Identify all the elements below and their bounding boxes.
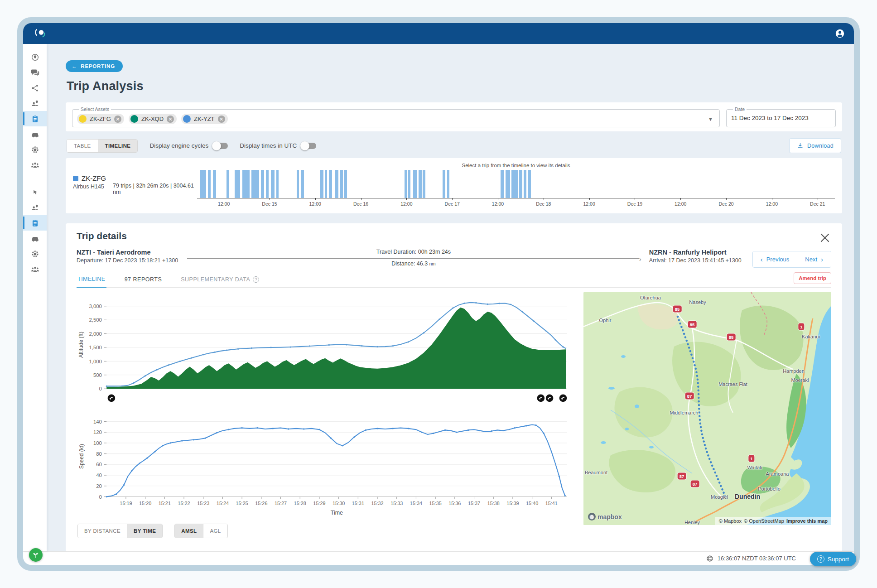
sidebar-item-team[interactable] bbox=[23, 261, 47, 277]
date-label: Date bbox=[733, 106, 747, 112]
timeline-trip-bar[interactable] bbox=[235, 170, 240, 198]
table-view-button[interactable]: TABLE bbox=[67, 140, 98, 152]
flight-event-marker[interactable] bbox=[537, 395, 545, 402]
timeline-trip-bar[interactable] bbox=[423, 170, 425, 198]
timeline-trip-bar[interactable] bbox=[208, 170, 211, 198]
timeline-trip-bar[interactable] bbox=[200, 170, 206, 198]
sidebar-item-reports[interactable] bbox=[23, 215, 47, 231]
timeline-trip-bar[interactable] bbox=[271, 170, 275, 198]
timeline-trip-bar[interactable] bbox=[405, 170, 407, 198]
agl-button[interactable]: AGL bbox=[203, 524, 227, 538]
asset-chip[interactable]: ZK-XQD✕ bbox=[129, 114, 177, 124]
timeline-trip-bar[interactable] bbox=[506, 170, 510, 198]
map-place-label: Henley bbox=[684, 520, 700, 525]
select-assets-label: Select Assets bbox=[79, 106, 111, 112]
flight-event-marker[interactable] bbox=[546, 395, 554, 402]
mapbox-attribution-link[interactable]: © Mapbox bbox=[719, 518, 742, 524]
svg-text:15:29: 15:29 bbox=[313, 501, 325, 506]
timeline-trip-bar[interactable] bbox=[226, 170, 229, 198]
main-content: ← REPORTING Trip Analysis Select Assets … bbox=[47, 44, 854, 551]
timeline-trip-bar[interactable] bbox=[213, 170, 216, 198]
timeline-trip-bar[interactable] bbox=[320, 170, 323, 198]
onboarding-widget-button[interactable] bbox=[29, 548, 43, 562]
sidebar-item-settings[interactable] bbox=[23, 246, 47, 261]
utc-switch[interactable] bbox=[301, 143, 316, 149]
timeline-trip-bar[interactable] bbox=[251, 170, 260, 198]
improve-map-link[interactable]: Improve this map bbox=[786, 518, 828, 524]
timeline-hint: Select a trip from the timeline to view … bbox=[197, 163, 835, 168]
mapbox-logo[interactable]: ◍ mapbox bbox=[588, 513, 622, 521]
timeline-trip-bar[interactable] bbox=[301, 170, 304, 198]
timeline-trip-bar[interactable] bbox=[443, 170, 445, 198]
chevron-left-icon: ‹ bbox=[761, 255, 763, 263]
timeline-trip-bar[interactable] bbox=[408, 170, 410, 198]
asset-chip[interactable]: ZK-YZT✕ bbox=[181, 114, 228, 124]
by-time-button[interactable]: BY TIME bbox=[127, 524, 162, 538]
sidebar-item-tracking[interactable] bbox=[23, 49, 47, 65]
asset-name: ZK-ZFG bbox=[82, 174, 106, 182]
timeline-trip-bar[interactable] bbox=[447, 170, 449, 198]
timeline-trip-bar[interactable] bbox=[511, 170, 517, 198]
previous-trip-button[interactable]: ‹ Previous bbox=[753, 251, 797, 267]
support-button[interactable]: ? Support bbox=[810, 552, 856, 566]
altitude-mode-segmented: AMSL AGL bbox=[174, 524, 227, 538]
flight-event-marker[interactable] bbox=[559, 395, 567, 402]
close-icon[interactable] bbox=[819, 232, 830, 243]
timeline-trip-bar[interactable] bbox=[266, 170, 269, 198]
timeline-trip-bar[interactable] bbox=[261, 170, 264, 198]
timeline-trip-bar[interactable] bbox=[413, 170, 417, 198]
timeline-trip-bar[interactable] bbox=[329, 170, 332, 198]
svg-text:15:35: 15:35 bbox=[429, 501, 442, 506]
date-range-field[interactable]: Date 11 Dec 2023 to 17 Dec 2023 bbox=[726, 106, 836, 127]
sidebar-item-people-pin[interactable] bbox=[23, 200, 47, 215]
timeline-trip-bar[interactable] bbox=[524, 170, 526, 198]
timeline-trip-bar[interactable] bbox=[242, 170, 250, 198]
engine-cycles-switch[interactable] bbox=[213, 143, 228, 149]
timeline-trip-bar[interactable] bbox=[340, 170, 342, 198]
select-assets-field[interactable]: Select Assets ZK-ZFG✕ZK-XQD✕ZK-YZT✕ ▼ bbox=[72, 106, 720, 127]
next-trip-button[interactable]: Next › bbox=[797, 251, 831, 267]
help-icon[interactable]: ? bbox=[253, 276, 259, 283]
flight-event-marker[interactable] bbox=[108, 395, 116, 402]
timeline-axis-label: 12:00 bbox=[492, 201, 504, 207]
timeline-axis-label: Dec 19 bbox=[627, 201, 642, 207]
sidebar-item-share[interactable] bbox=[23, 80, 47, 96]
sidebar-item-messages[interactable] bbox=[23, 65, 47, 80]
timezone-globe-icon[interactable] bbox=[706, 555, 713, 562]
trip-route-map[interactable]: OturehuaNasebyOphirKakanuiHampdenMoeraki… bbox=[583, 292, 831, 525]
timeline-trip-bar[interactable] bbox=[419, 170, 422, 198]
chevron-down-icon[interactable]: ▼ bbox=[706, 116, 715, 122]
sidebar-item-people-pin[interactable] bbox=[23, 96, 47, 111]
timeline-trip-bar[interactable] bbox=[344, 170, 347, 198]
remove-asset-icon[interactable]: ✕ bbox=[114, 116, 121, 123]
account-icon[interactable] bbox=[835, 29, 845, 39]
sidebar-item-settings[interactable] bbox=[23, 142, 47, 157]
sidebar-item-reports[interactable] bbox=[23, 111, 47, 126]
timeline-view-button[interactable]: TIMELINE bbox=[98, 140, 138, 152]
timeline-trip-bar[interactable] bbox=[519, 170, 522, 198]
back-to-reporting-button[interactable]: ← REPORTING bbox=[66, 60, 123, 72]
sidebar-item-vehicle[interactable] bbox=[23, 126, 47, 142]
download-button[interactable]: Download bbox=[789, 138, 841, 153]
sidebar-item-vehicle[interactable] bbox=[23, 231, 47, 246]
timeline-trip-bar[interactable] bbox=[297, 170, 299, 198]
amsl-button[interactable]: AMSL bbox=[175, 524, 203, 538]
remove-asset-icon[interactable]: ✕ bbox=[218, 116, 225, 123]
timeline-trip-bar[interactable] bbox=[276, 170, 279, 198]
asset-chip[interactable]: ZK-ZFG✕ bbox=[77, 114, 124, 124]
remove-asset-icon[interactable]: ✕ bbox=[167, 116, 174, 123]
tab-reports[interactable]: 97 REPORTS bbox=[124, 276, 163, 287]
amend-trip-button[interactable]: Amend trip bbox=[794, 272, 831, 284]
by-distance-button[interactable]: BY DISTANCE bbox=[78, 524, 127, 538]
timeline-trip-bar[interactable] bbox=[528, 170, 531, 198]
osm-attribution-link[interactable]: © OpenStreetMap bbox=[744, 518, 784, 524]
sidebar-item-team[interactable] bbox=[23, 157, 47, 173]
tab-timeline[interactable]: TIMELINE bbox=[77, 276, 106, 288]
tab-supplementary-data[interactable]: SUPPLEMENTARY DATA ? bbox=[180, 276, 260, 287]
timeline-trip-bar[interactable] bbox=[335, 170, 338, 198]
timeline-trip-bar[interactable] bbox=[501, 170, 504, 198]
sidebar-item-pointer[interactable] bbox=[23, 184, 47, 200]
timeline-trip-bar[interactable] bbox=[325, 170, 328, 198]
date-range-value[interactable]: 11 Dec 2023 to 17 Dec 2023 bbox=[731, 114, 831, 121]
map-place-label: Aramoana bbox=[766, 471, 789, 477]
